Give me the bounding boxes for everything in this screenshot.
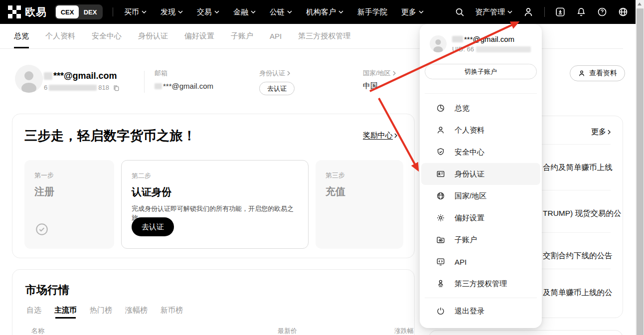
tab-overview[interactable]: 总览 <box>14 24 29 48</box>
email-column: 邮箱 ***@gmail.com <box>155 69 213 90</box>
help-icon[interactable] <box>597 6 608 17</box>
next-panel-card <box>429 330 623 335</box>
avatar <box>430 35 447 52</box>
dropdown-item-api[interactable]: API <box>420 251 542 273</box>
dropdown-item-subaccount[interactable]: 子账户 <box>420 229 542 251</box>
view-profile-button[interactable]: 查看资料 <box>570 65 625 81</box>
assets-menu[interactable]: 资产管理 <box>475 7 512 17</box>
market-tab-hot[interactable]: 热门榜 <box>90 302 112 319</box>
step-label: 第三步 <box>325 171 393 180</box>
kyc-link[interactable]: 身份认证 <box>259 69 295 78</box>
chevron-right-icon <box>394 133 397 138</box>
redacted-uid <box>49 85 97 91</box>
nav-item-institutional[interactable]: 机构客户 <box>306 7 343 17</box>
tab-api[interactable]: API <box>270 24 282 48</box>
notifications-bell-icon[interactable] <box>576 6 587 17</box>
chevron-down-icon <box>287 10 292 13</box>
tab-security-center[interactable]: 安全中心 <box>92 24 122 48</box>
api-code-icon <box>436 257 446 267</box>
chevron-down-icon <box>251 10 256 13</box>
column-header-change: 涨跌幅 <box>394 327 414 335</box>
chevron-right-icon <box>287 71 290 76</box>
email-value: ***@gmail.com <box>155 82 213 90</box>
dropdown-item-security[interactable]: 安全中心 <box>420 141 542 163</box>
dropdown-item-kyc[interactable]: 身份认证 <box>421 163 540 185</box>
nav-item-finance[interactable]: 金融 <box>233 7 256 17</box>
navbar-right-group: 资产管理 <box>454 6 629 18</box>
chevron-down-icon <box>507 10 512 13</box>
tab-third-party-auth[interactable]: 第三方授权管理 <box>298 24 350 48</box>
scrollbar-thumb[interactable] <box>637 8 644 335</box>
nav-item-buy-crypto[interactable]: 买币 <box>124 7 147 17</box>
avatar <box>15 65 43 93</box>
copy-icon[interactable] <box>113 84 120 91</box>
redacted-uid <box>476 46 531 52</box>
language-globe-icon[interactable] <box>618 6 629 17</box>
step-card-verify: 第二步 认证身份 完成身份认证即可解锁我们的所有功能，开启您的欧易之旅。 去认证 <box>121 160 309 249</box>
onboarding-title: 三步走，轻启数字货币之旅！ <box>24 127 196 145</box>
okx-account-overview-page: 欧易 CEX DEX 买币 发现 交易 金融 <box>0 0 644 335</box>
okx-logo[interactable]: 欧易 <box>8 5 47 19</box>
dropdown-item-third-party[interactable]: 第三方授权管理 <box>420 273 542 295</box>
gear-icon <box>436 213 446 223</box>
dex-toggle-button[interactable]: DEX <box>79 5 102 18</box>
stamp-icon <box>436 279 446 289</box>
redacted-email-prefix <box>44 72 52 80</box>
dropdown-item-preferences[interactable]: 偏好设置 <box>420 207 542 229</box>
page-scrollbar[interactable] <box>636 0 644 335</box>
person-icon <box>578 69 586 77</box>
chevron-down-icon <box>214 10 219 13</box>
announcements-more-link[interactable]: 更多 <box>591 127 611 137</box>
market-tab-mainstream[interactable]: 主流币 <box>54 302 77 319</box>
country-value: 中国 <box>363 81 396 91</box>
globe-icon <box>436 191 446 201</box>
scrollbar-up-arrow[interactable] <box>638 2 642 5</box>
market-tab-favorites[interactable]: 自选 <box>26 302 41 319</box>
profile-divider <box>144 71 145 93</box>
market-tabs: 自选 主流币 热门榜 涨幅榜 新币榜 <box>26 302 183 319</box>
reward-center-link[interactable]: 奖励中心 <box>363 131 397 140</box>
nav-item-public-chain[interactable]: 公链 <box>270 7 292 17</box>
switch-subaccount-button[interactable]: 切换子账户 <box>425 64 537 79</box>
email-label: 邮箱 <box>155 69 213 78</box>
nav-item-discover[interactable]: 发现 <box>161 7 183 17</box>
market-tab-new[interactable]: 新币榜 <box>161 302 183 319</box>
chevron-down-icon <box>178 10 183 13</box>
dropdown-user-info: ***@gmail.com UID: 66 <box>430 35 531 53</box>
chevron-down-icon <box>338 10 343 13</box>
step-title: 认证身份 <box>132 185 298 199</box>
dropdown-item-profile[interactable]: 个人资料 <box>420 119 542 141</box>
step-label: 第二步 <box>132 171 298 180</box>
dropdown-item-overview[interactable]: 总览 <box>420 97 542 119</box>
market-card: 市场行情 自选 主流币 热门榜 涨幅榜 新币榜 名称 最新价 涨跌幅 <box>12 269 415 335</box>
tab-preferences[interactable]: 偏好设置 <box>184 24 214 48</box>
account-uid: 6 818 <box>44 84 120 91</box>
overview-pie-icon <box>436 103 446 113</box>
download-app-icon[interactable] <box>555 6 566 17</box>
dropdown-item-country[interactable]: 国家/地区 <box>420 185 542 207</box>
tab-subaccounts[interactable]: 子账户 <box>231 24 253 48</box>
country-link[interactable]: 国家/地区 <box>363 69 396 78</box>
dropdown-item-logout[interactable]: 退出登录 <box>420 300 542 322</box>
column-header-name: 名称 <box>31 327 44 335</box>
step-title: 注册 <box>34 185 104 198</box>
chevron-right-icon <box>608 130 611 135</box>
nav-item-more[interactable]: 更多 <box>401 7 424 17</box>
navbar-icons-divider <box>544 7 545 17</box>
cex-toggle-button[interactable]: CEX <box>56 5 79 18</box>
step-card-register: 第一步 注册 <box>24 160 114 249</box>
redacted-email-prefix <box>452 36 463 42</box>
person-icon <box>436 125 446 135</box>
id-card-icon <box>436 169 446 179</box>
verify-now-button[interactable]: 去认证 <box>259 82 295 95</box>
search-icon[interactable] <box>454 6 465 17</box>
check-circle-icon <box>34 222 49 237</box>
account-user-icon[interactable] <box>522 6 534 18</box>
go-verify-button[interactable]: 去认证 <box>132 217 174 236</box>
market-tab-gainers[interactable]: 涨幅榜 <box>125 302 148 319</box>
tab-identity-verification[interactable]: 身份认证 <box>138 24 168 48</box>
nav-item-trade[interactable]: 交易 <box>197 7 219 17</box>
dropdown-divider <box>425 93 537 94</box>
tab-profile[interactable]: 个人资料 <box>45 24 75 48</box>
nav-item-academy[interactable]: 新手学院 <box>357 7 387 17</box>
